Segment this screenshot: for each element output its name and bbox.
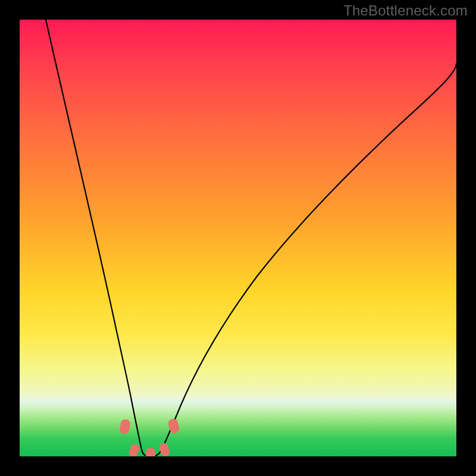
curve-marker (128, 443, 140, 456)
bottleneck-curve (20, 20, 456, 456)
curve-right-path (154, 64, 456, 456)
watermark-text: TheBottleneck.com (343, 2, 468, 19)
curve-marker (158, 442, 171, 456)
curve-marker (119, 419, 131, 435)
plot-area (20, 20, 456, 456)
curve-left-path (46, 20, 147, 456)
curve-marker (146, 448, 155, 456)
marker-group (119, 418, 180, 456)
